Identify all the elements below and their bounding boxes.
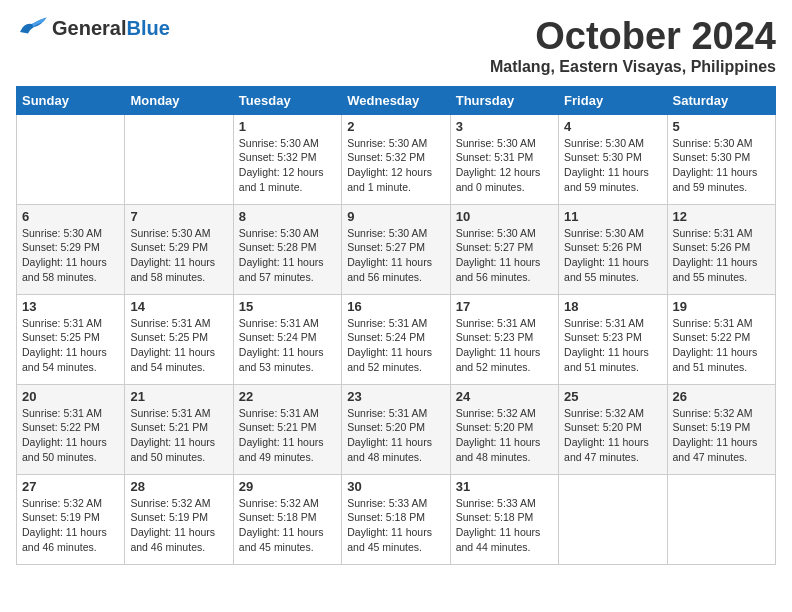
day-info: Sunrise: 5:31 AM Sunset: 5:25 PM Dayligh…	[130, 316, 227, 375]
day-number: 1	[239, 119, 336, 134]
day-number: 22	[239, 389, 336, 404]
calendar-week-row: 6Sunrise: 5:30 AM Sunset: 5:29 PM Daylig…	[17, 204, 776, 294]
day-number: 18	[564, 299, 661, 314]
day-info: Sunrise: 5:31 AM Sunset: 5:24 PM Dayligh…	[239, 316, 336, 375]
day-info: Sunrise: 5:31 AM Sunset: 5:23 PM Dayligh…	[456, 316, 553, 375]
calendar-cell: 12Sunrise: 5:31 AM Sunset: 5:26 PM Dayli…	[667, 204, 775, 294]
calendar-cell: 15Sunrise: 5:31 AM Sunset: 5:24 PM Dayli…	[233, 294, 341, 384]
day-number: 4	[564, 119, 661, 134]
calendar-week-row: 1Sunrise: 5:30 AM Sunset: 5:32 PM Daylig…	[17, 114, 776, 204]
calendar-cell: 1Sunrise: 5:30 AM Sunset: 5:32 PM Daylig…	[233, 114, 341, 204]
calendar-cell: 19Sunrise: 5:31 AM Sunset: 5:22 PM Dayli…	[667, 294, 775, 384]
calendar-cell: 16Sunrise: 5:31 AM Sunset: 5:24 PM Dayli…	[342, 294, 450, 384]
calendar-cell: 5Sunrise: 5:30 AM Sunset: 5:30 PM Daylig…	[667, 114, 775, 204]
calendar-cell: 18Sunrise: 5:31 AM Sunset: 5:23 PM Dayli…	[559, 294, 667, 384]
calendar-cell: 22Sunrise: 5:31 AM Sunset: 5:21 PM Dayli…	[233, 384, 341, 474]
day-number: 16	[347, 299, 444, 314]
calendar-cell: 8Sunrise: 5:30 AM Sunset: 5:28 PM Daylig…	[233, 204, 341, 294]
calendar-cell: 26Sunrise: 5:32 AM Sunset: 5:19 PM Dayli…	[667, 384, 775, 474]
day-info: Sunrise: 5:31 AM Sunset: 5:21 PM Dayligh…	[130, 406, 227, 465]
calendar-cell: 30Sunrise: 5:33 AM Sunset: 5:18 PM Dayli…	[342, 474, 450, 564]
calendar-cell	[559, 474, 667, 564]
calendar-table: SundayMondayTuesdayWednesdayThursdayFrid…	[16, 86, 776, 565]
day-info: Sunrise: 5:31 AM Sunset: 5:24 PM Dayligh…	[347, 316, 444, 375]
logo-general: General	[52, 17, 126, 39]
day-number: 24	[456, 389, 553, 404]
day-info: Sunrise: 5:31 AM Sunset: 5:26 PM Dayligh…	[673, 226, 770, 285]
calendar-cell: 2Sunrise: 5:30 AM Sunset: 5:32 PM Daylig…	[342, 114, 450, 204]
day-info: Sunrise: 5:31 AM Sunset: 5:25 PM Dayligh…	[22, 316, 119, 375]
calendar-week-row: 27Sunrise: 5:32 AM Sunset: 5:19 PM Dayli…	[17, 474, 776, 564]
day-number: 10	[456, 209, 553, 224]
day-info: Sunrise: 5:31 AM Sunset: 5:22 PM Dayligh…	[22, 406, 119, 465]
day-info: Sunrise: 5:30 AM Sunset: 5:29 PM Dayligh…	[130, 226, 227, 285]
day-number: 6	[22, 209, 119, 224]
day-number: 13	[22, 299, 119, 314]
day-number: 5	[673, 119, 770, 134]
day-info: Sunrise: 5:32 AM Sunset: 5:19 PM Dayligh…	[22, 496, 119, 555]
day-number: 31	[456, 479, 553, 494]
calendar-cell: 24Sunrise: 5:32 AM Sunset: 5:20 PM Dayli…	[450, 384, 558, 474]
day-number: 14	[130, 299, 227, 314]
day-number: 2	[347, 119, 444, 134]
calendar-week-row: 20Sunrise: 5:31 AM Sunset: 5:22 PM Dayli…	[17, 384, 776, 474]
day-info: Sunrise: 5:30 AM Sunset: 5:32 PM Dayligh…	[347, 136, 444, 195]
day-number: 11	[564, 209, 661, 224]
calendar-cell: 20Sunrise: 5:31 AM Sunset: 5:22 PM Dayli…	[17, 384, 125, 474]
calendar-cell: 7Sunrise: 5:30 AM Sunset: 5:29 PM Daylig…	[125, 204, 233, 294]
calendar-cell: 11Sunrise: 5:30 AM Sunset: 5:26 PM Dayli…	[559, 204, 667, 294]
day-number: 9	[347, 209, 444, 224]
day-number: 27	[22, 479, 119, 494]
column-header-saturday: Saturday	[667, 86, 775, 114]
calendar-cell: 17Sunrise: 5:31 AM Sunset: 5:23 PM Dayli…	[450, 294, 558, 384]
day-info: Sunrise: 5:32 AM Sunset: 5:19 PM Dayligh…	[673, 406, 770, 465]
calendar-cell: 3Sunrise: 5:30 AM Sunset: 5:31 PM Daylig…	[450, 114, 558, 204]
day-info: Sunrise: 5:31 AM Sunset: 5:20 PM Dayligh…	[347, 406, 444, 465]
day-number: 8	[239, 209, 336, 224]
day-number: 15	[239, 299, 336, 314]
column-header-sunday: Sunday	[17, 86, 125, 114]
calendar-cell	[17, 114, 125, 204]
day-info: Sunrise: 5:30 AM Sunset: 5:27 PM Dayligh…	[456, 226, 553, 285]
day-number: 30	[347, 479, 444, 494]
day-info: Sunrise: 5:30 AM Sunset: 5:26 PM Dayligh…	[564, 226, 661, 285]
day-info: Sunrise: 5:32 AM Sunset: 5:20 PM Dayligh…	[564, 406, 661, 465]
calendar-header-row: SundayMondayTuesdayWednesdayThursdayFrid…	[17, 86, 776, 114]
day-number: 3	[456, 119, 553, 134]
day-number: 28	[130, 479, 227, 494]
day-info: Sunrise: 5:31 AM Sunset: 5:21 PM Dayligh…	[239, 406, 336, 465]
day-info: Sunrise: 5:30 AM Sunset: 5:31 PM Dayligh…	[456, 136, 553, 195]
column-header-friday: Friday	[559, 86, 667, 114]
calendar-cell: 6Sunrise: 5:30 AM Sunset: 5:29 PM Daylig…	[17, 204, 125, 294]
day-info: Sunrise: 5:30 AM Sunset: 5:28 PM Dayligh…	[239, 226, 336, 285]
calendar-cell: 14Sunrise: 5:31 AM Sunset: 5:25 PM Dayli…	[125, 294, 233, 384]
column-header-wednesday: Wednesday	[342, 86, 450, 114]
calendar-cell: 13Sunrise: 5:31 AM Sunset: 5:25 PM Dayli…	[17, 294, 125, 384]
day-number: 7	[130, 209, 227, 224]
day-number: 19	[673, 299, 770, 314]
calendar-cell: 27Sunrise: 5:32 AM Sunset: 5:19 PM Dayli…	[17, 474, 125, 564]
calendar-cell: 4Sunrise: 5:30 AM Sunset: 5:30 PM Daylig…	[559, 114, 667, 204]
calendar-cell: 29Sunrise: 5:32 AM Sunset: 5:18 PM Dayli…	[233, 474, 341, 564]
day-info: Sunrise: 5:30 AM Sunset: 5:29 PM Dayligh…	[22, 226, 119, 285]
day-info: Sunrise: 5:32 AM Sunset: 5:20 PM Dayligh…	[456, 406, 553, 465]
day-info: Sunrise: 5:30 AM Sunset: 5:32 PM Dayligh…	[239, 136, 336, 195]
day-info: Sunrise: 5:31 AM Sunset: 5:23 PM Dayligh…	[564, 316, 661, 375]
day-info: Sunrise: 5:33 AM Sunset: 5:18 PM Dayligh…	[347, 496, 444, 555]
month-title: October 2024	[490, 16, 776, 58]
column-header-tuesday: Tuesday	[233, 86, 341, 114]
column-header-thursday: Thursday	[450, 86, 558, 114]
day-number: 29	[239, 479, 336, 494]
day-number: 23	[347, 389, 444, 404]
day-info: Sunrise: 5:32 AM Sunset: 5:18 PM Dayligh…	[239, 496, 336, 555]
calendar-cell	[125, 114, 233, 204]
day-info: Sunrise: 5:30 AM Sunset: 5:30 PM Dayligh…	[673, 136, 770, 195]
calendar-cell: 23Sunrise: 5:31 AM Sunset: 5:20 PM Dayli…	[342, 384, 450, 474]
logo-bird-icon	[16, 16, 48, 40]
header: GeneralBlue October 2024 Matlang, Easter…	[16, 16, 776, 76]
location-title: Matlang, Eastern Visayas, Philippines	[490, 58, 776, 76]
day-number: 21	[130, 389, 227, 404]
day-number: 12	[673, 209, 770, 224]
title-area: October 2024 Matlang, Eastern Visayas, P…	[490, 16, 776, 76]
calendar-cell: 9Sunrise: 5:30 AM Sunset: 5:27 PM Daylig…	[342, 204, 450, 294]
